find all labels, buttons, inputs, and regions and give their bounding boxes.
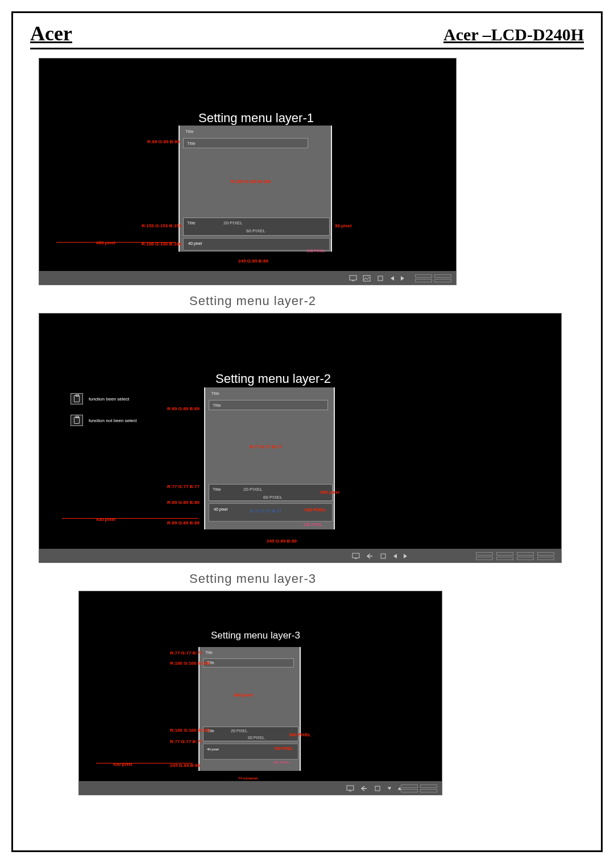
tool-icon [374,785,381,792]
right-mini-boxes [415,274,451,282]
dim40-3: 40 pixel [207,748,219,751]
px60-2: 60 PIXEL [263,495,283,500]
func-nosel-label: function not been select [89,418,137,423]
picture-icon [363,275,371,282]
bottom-bar-1 [39,271,456,285]
back-icon[interactable] [366,553,374,560]
svg-rect-2 [363,276,370,281]
center-rgb: R:100 G:100 B:100 [231,179,271,184]
footer-box-1: Title 20 PIXEL 60 PIXEL [183,218,330,236]
right-mini-boxes-2 [476,552,554,560]
model-text: Acer –LCD-D240H [443,25,584,44]
r2: R:153 G:153 B:153 [142,223,181,228]
icon-group-1 [349,275,405,282]
down-arrow-icon[interactable] [387,786,392,791]
center-rgb-2: R:77 G:77 B:77 [250,444,282,449]
red-underline-1 [56,242,176,243]
px20-2: 20 PIXEL [243,487,263,492]
title-label-2b: Title [213,403,221,408]
osd-panel-2: Title Title R:77 G:77 B:77 Title 20 PIXE… [204,387,335,529]
r4-3: R:77 G:77 B:77 [170,739,202,744]
icon-group-3 [346,785,402,792]
px60: 60 PIXEL [246,228,265,233]
caption-2: Setting menu layer-2 [189,294,584,308]
monitor-icon [349,275,357,282]
title-label-a: Title [185,129,194,134]
page-header: Acer Acer –LCD-D240H [30,22,584,49]
lower-footer-3: 40 pixel 190 PIXEL [203,744,298,760]
bottom-3: 74 mm/pixel [238,777,258,780]
monitor-icon [352,553,360,560]
bottom-bar-2 [39,549,561,562]
dim40-2: 40 pixel [214,507,227,511]
svg-rect-6 [381,554,385,558]
panel-title-3: Setting menu layer-3 [211,630,300,641]
r2-3: R:100 G:100 B:100 [170,661,210,666]
back-icon[interactable] [360,785,368,792]
func-sel-label: function been select [89,397,129,402]
panel-title-1: Setting menu layer-1 [198,111,314,126]
footer-box-3: Title 20 PIXEL 60 PIXEL [203,727,298,741]
bottom-bar-3 [79,781,442,795]
px430b-2: 430 PIXEL [304,507,326,512]
screenshot-layer-2: Setting menu layer-2 Title Title R:77 G:… [39,313,562,563]
left-arrow-icon[interactable] [390,276,395,281]
px245: 245 G:89 B:89 [238,258,268,264]
trash-icon-not-selected [70,415,83,426]
osd-panel-3: Title Title 300 pixel Title 20 PIXEL 60 … [198,647,301,771]
red-underline-2 [62,518,198,519]
title-c: Title [187,220,196,226]
screenshot-layer-3: Setting menu layer-3 Title Title 300 pix… [78,591,442,795]
svg-rect-8 [349,791,351,791]
r1-2: R:89 G:89 B:89 [167,406,200,411]
svg-rect-3 [378,276,383,281]
svg-rect-0 [350,276,356,280]
r1: R:89 G:89 B:89 [147,139,180,144]
function-selected-row: function been select [70,393,129,404]
svg-rect-9 [375,786,380,791]
px20: 20 PIXEL [223,220,243,226]
px150-2: 150 PIXEL [304,523,322,527]
right-mini-boxes-3 [401,784,437,792]
panel-title-2: Setting menu layer-2 [215,372,331,386]
px150: 150 PIXEL [306,249,325,253]
title-box: Title [183,138,308,148]
px20-3: 20 PIXEL [231,729,248,733]
red-underline-3 [96,763,193,763]
title-box-2: Title [209,400,328,410]
px60-3: 60 PIXEL [248,736,265,740]
r1-3: R:77 G:77 B:77 [170,650,202,656]
px190-3: 190 PIXEL [274,746,293,750]
osd-panel-1: Title Title R:100 G:100 B:100 Title 20 P… [179,126,332,252]
monitor-icon [346,785,354,792]
svg-rect-7 [347,786,354,790]
trash-icon-selected [70,393,83,404]
right-arrow-icon[interactable] [400,276,405,281]
title-box-3: Title [203,658,294,667]
r3-3: R:100 G:100 B:100 [170,728,210,733]
screenshot-layer-1: Setting menu layer-1 Title Title R:100 G… [39,58,457,285]
r4-2: R:89 G:89 B:89 [167,520,200,525]
px245-2: 245 G:89 B:89 [267,539,297,544]
footer-box-2: Title 20 PIXEL 60 PIXEL [209,484,333,501]
blue-2: R:77 G:77 B:77 [250,508,281,514]
right-arrow-icon[interactable] [403,553,408,559]
function-not-selected-row: function not been select [70,415,137,426]
brand-text: Acer [30,22,72,45]
title-label-2a: Title [211,391,219,396]
center-3: 300 pixel [234,692,253,698]
document-page: Acer Acer –LCD-D240H Setting menu layer-… [11,11,603,852]
dim40: 40 pixel [188,241,202,245]
lower-footer-2: 40 pixel R:77 G:77 B:77 430 PIXEL [209,503,333,521]
title-label-3a: Title [205,650,213,654]
px245-3: 245 G:89 B:89 [170,763,200,768]
px300b-3: 300 PIXEL [289,732,311,737]
px300-2: 300 pixel [320,490,339,495]
title-2c: Title [213,487,221,492]
px430: 430 pixel [96,240,115,245]
title-label-b: Title [187,141,196,146]
r3-2: R:89 G:89 B:89 [167,500,200,505]
svg-rect-1 [352,281,354,281]
svg-rect-5 [355,558,357,559]
left-arrow-icon[interactable] [393,553,397,559]
